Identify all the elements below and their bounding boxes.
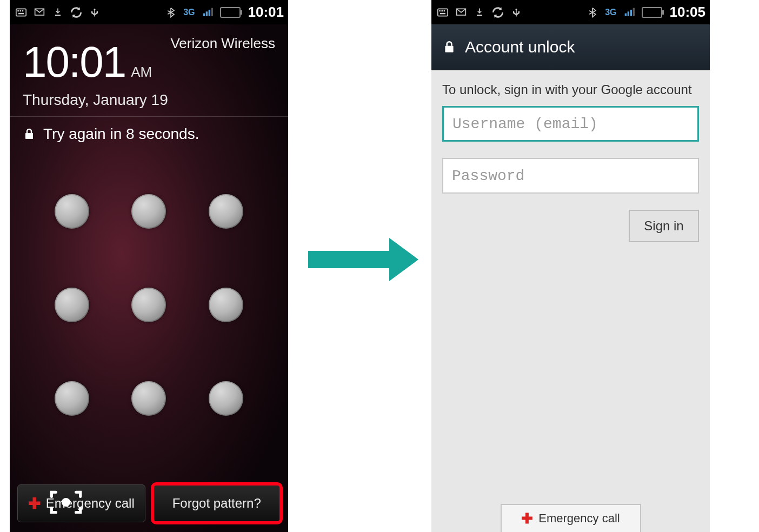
carrier-label: Verizon Wireless [170, 35, 275, 52]
emergency-call-button[interactable]: ✚ Emergency call [17, 484, 145, 522]
svg-rect-15 [442, 10, 443, 11]
signin-button[interactable]: Sign in [629, 210, 699, 242]
pattern-dot[interactable] [55, 381, 89, 416]
mail-icon [454, 5, 468, 19]
sync-icon [69, 5, 83, 19]
download-icon [51, 5, 65, 19]
network-type-label: 3G [183, 8, 195, 17]
keyboard-icon [436, 5, 450, 19]
svg-rect-19 [477, 15, 482, 16]
svg-rect-7 [203, 13, 204, 16]
svg-rect-8 [205, 11, 207, 16]
svg-rect-0 [16, 9, 26, 16]
emergency-call-label: Emergency call [538, 511, 620, 526]
lock-screen-phone: 3G 10:01 Verizon Wireless 10:01 AM Thurs… [10, 0, 288, 532]
account-unlock-body: Account unlock To unlock, sign in with y… [431, 24, 710, 532]
clock-time: 10:01 [23, 37, 125, 87]
clock-ampm: AM [131, 64, 152, 86]
password-placeholder: Password [452, 168, 524, 184]
lockout-row: Try again in 8 seconds. [23, 125, 275, 143]
svg-rect-23 [632, 8, 634, 16]
pattern-dot[interactable] [209, 288, 243, 322]
svg-rect-22 [630, 10, 631, 16]
svg-rect-6 [55, 15, 61, 16]
status-time: 10:01 [248, 4, 284, 21]
svg-rect-11 [25, 133, 33, 139]
pattern-dot[interactable] [55, 194, 89, 229]
pattern-dot[interactable] [209, 381, 243, 416]
lockout-message: Try again in 8 seconds. [43, 125, 199, 143]
divider [10, 116, 288, 117]
pattern-dot[interactable] [55, 288, 89, 322]
lock-screen-body: Verizon Wireless 10:01 AM Thursday, Janu… [10, 24, 288, 532]
title-label: Account unlock [465, 38, 575, 56]
download-icon [472, 5, 487, 19]
medical-cross-icon: ✚ [28, 495, 41, 513]
pattern-grid[interactable] [23, 164, 275, 445]
signal-icon [201, 5, 215, 19]
pattern-dot[interactable] [209, 194, 243, 229]
username-input[interactable]: Username (email) [442, 106, 699, 142]
emergency-call-label: Emergency call [46, 496, 135, 511]
svg-rect-2 [20, 10, 22, 11]
network-type-label: 3G [605, 8, 616, 17]
lock-icon [442, 40, 456, 54]
status-time: 10:05 [670, 4, 706, 21]
bluetooth-icon [585, 5, 600, 19]
svg-rect-13 [438, 9, 448, 16]
medical-cross-icon: ✚ [521, 510, 533, 527]
account-unlock-phone: 3G 10:05 Account unlock To unlock, sign … [431, 0, 710, 532]
status-bar: 3G 10:05 [431, 0, 710, 24]
svg-rect-10 [211, 8, 212, 16]
svg-rect-16 [444, 10, 445, 11]
forgot-pattern-button[interactable]: Forgot pattern? [153, 484, 281, 522]
password-input[interactable]: Password [442, 158, 699, 194]
bluetooth-icon [164, 5, 178, 19]
svg-rect-21 [627, 11, 629, 16]
keyboard-icon [14, 5, 28, 19]
pattern-dot[interactable] [131, 381, 166, 416]
battery-icon [220, 7, 241, 18]
usb-icon [509, 5, 523, 19]
instruction-text: To unlock, sign in with your Google acco… [431, 70, 710, 106]
svg-rect-4 [18, 12, 24, 14]
svg-rect-14 [439, 10, 441, 11]
username-placeholder: Username (email) [452, 116, 598, 132]
status-bar: 3G 10:01 [10, 0, 288, 24]
svg-rect-17 [440, 12, 445, 14]
title-bar: Account unlock [431, 24, 710, 70]
mail-icon [32, 5, 46, 19]
sync-icon [491, 5, 505, 19]
pattern-dot[interactable] [131, 194, 166, 229]
forgot-pattern-label: Forgot pattern? [172, 496, 261, 511]
date-label: Thursday, January 19 [23, 91, 275, 116]
emergency-call-button[interactable]: ✚ Emergency call [501, 504, 641, 532]
battery-icon [642, 7, 662, 18]
svg-rect-9 [208, 10, 210, 16]
pattern-dot[interactable] [131, 288, 166, 322]
flow-arrow-icon [308, 238, 422, 281]
svg-rect-20 [624, 13, 626, 16]
signal-icon [622, 5, 636, 19]
svg-rect-24 [445, 46, 453, 52]
signin-label: Sign in [644, 218, 683, 234]
usb-icon [88, 5, 102, 19]
svg-rect-1 [17, 10, 19, 11]
lock-icon [23, 128, 36, 141]
svg-rect-3 [22, 10, 23, 11]
